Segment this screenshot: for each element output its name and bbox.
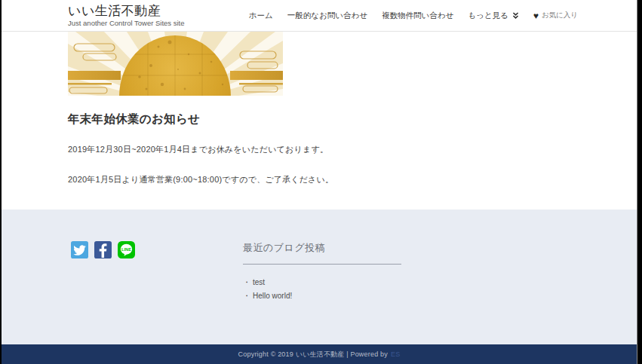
post-title: 年末年始休業のお知らせ [68,112,637,127]
powered-by-link[interactable]: ES [391,350,400,358]
site-footer: LINE 最近のブログ投稿 ・test ・Hello world! [2,210,637,344]
list-bullet: ・ [243,292,250,300]
main-nav: ホーム 一般的なお問い合わせ 複数物件問い合わせ もっと見る ♥ お気に入り [249,11,578,21]
nav-item-see-more[interactable]: もっと見る [468,11,518,21]
post-link-label: Hello world! [253,292,292,300]
favorites-label: お気に入り [542,11,578,20]
copyright-text: Copyright © 2019 いい生活不動産 | Powered by [238,350,388,359]
social-icons-row: LINE [71,241,243,258]
nav-item-label: もっと見る [468,11,508,21]
nav-item-label: 一般的なお問い合わせ [287,11,367,21]
nav-item-label: ホーム [249,11,273,21]
site-branding: いい生活不動産 Just another Control Tower Sites… [68,4,185,28]
widget-divider [243,264,401,265]
nav-item-favorites[interactable]: ♥ お気に入り [533,11,578,20]
list-bullet: ・ [243,278,250,286]
browser-page: いい生活不動産 Just another Control Tower Sites… [2,0,637,364]
nav-item-label: 複数物件問い合わせ [382,11,453,21]
recent-post-link[interactable]: ・test [243,276,401,289]
post-link-label: test [253,278,265,286]
nav-item-multi-property-inquiry[interactable]: 複数物件問い合わせ [382,11,453,21]
recent-posts-list: ・test ・Hello world! [243,276,401,302]
recent-post-link[interactable]: ・Hello world! [243,289,401,303]
recent-posts-title: 最近のブログ投稿 [243,241,401,255]
post-paragraph: 2020年1月5日より通常営業(9:00~18:00)ですので、ご了承ください。 [68,174,637,185]
footer-social-column: LINE [71,241,243,344]
copyright-bar: Copyright © 2019 いい生活不動産 | Powered by ES [2,344,637,364]
site-title-link[interactable]: いい生活不動産 [68,4,185,19]
sunrise-hero-image [68,32,283,96]
post-paragraph: 2019年12月30日~2020年1月4日までお休みをいただいております。 [68,144,637,155]
heart-icon: ♥ [533,11,539,20]
chevron-double-down-icon [512,12,519,20]
site-tagline: Just another Control Tower Sites site [68,19,185,28]
main-content: 年末年始休業のお知らせ 2019年12月30日~2020年1月4日までお休みをい… [2,32,637,210]
twitter-icon[interactable] [71,241,88,258]
nav-item-home[interactable]: ホーム [249,11,273,21]
nav-item-general-inquiry[interactable]: 一般的なお問い合わせ [287,11,367,21]
svg-text:LINE: LINE [121,247,131,252]
facebook-icon[interactable] [94,241,112,258]
footer-recent-posts-widget: 最近のブログ投稿 ・test ・Hello world! [243,241,401,344]
site-header: いい生活不動産 Just another Control Tower Sites… [2,0,637,32]
line-icon[interactable]: LINE [118,241,135,258]
